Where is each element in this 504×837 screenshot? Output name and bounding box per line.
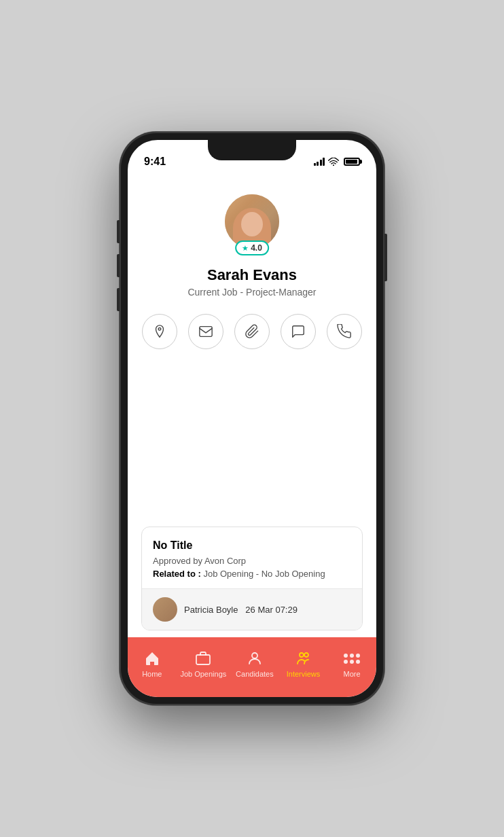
- rating-value: 4.0: [251, 243, 262, 253]
- candidates-icon: [246, 649, 264, 667]
- attachment-icon: [245, 324, 259, 339]
- interviews-icon: [295, 649, 312, 667]
- profile-section: ★ 4.0 Sarah Evans Current Job - Project-…: [141, 188, 363, 363]
- message-icon: [291, 324, 306, 339]
- card-related: Related to : Job Opening - No Job Openin…: [153, 569, 351, 579]
- card-section: No Title Approved by Avon Corp Related t…: [141, 527, 363, 637]
- wifi-icon: [328, 158, 339, 166]
- email-icon: [198, 324, 213, 339]
- signal-bars-icon: [314, 158, 325, 166]
- svg-point-0: [333, 164, 334, 166]
- card-approved: Approved by Avon Corp: [153, 556, 351, 566]
- card-footer: Patricia Boyle 26 Mar 07:29: [142, 588, 362, 630]
- location-button[interactable]: [142, 314, 177, 349]
- bottom-nav: Home Job Openings: [128, 637, 376, 697]
- footer-info: Patricia Boyle 26 Mar 07:29: [184, 605, 298, 615]
- phone-button[interactable]: [327, 314, 362, 349]
- svg-point-5: [300, 653, 304, 657]
- svg-point-6: [304, 653, 308, 657]
- email-button[interactable]: [188, 314, 223, 349]
- status-icons: [314, 158, 361, 166]
- profile-name: Sarah Evans: [207, 266, 297, 284]
- job-openings-icon: [194, 649, 212, 667]
- phone-icon: [337, 324, 352, 339]
- footer-avatar: [153, 597, 177, 622]
- nav-item-more[interactable]: More: [331, 649, 372, 678]
- star-icon: ★: [242, 244, 249, 253]
- message-button[interactable]: [281, 314, 316, 349]
- avatar-container: ★ 4.0: [225, 194, 279, 249]
- info-card: No Title Approved by Avon Corp Related t…: [141, 527, 363, 630]
- status-time: 9:41: [144, 156, 166, 168]
- home-icon: [143, 649, 161, 667]
- nav-item-job-openings[interactable]: Job Openings: [180, 649, 226, 678]
- card-body: No Title Approved by Avon Corp Related t…: [142, 527, 362, 588]
- battery-icon: [344, 158, 360, 166]
- profile-job: Current Job - Project-Manager: [187, 287, 316, 298]
- svg-rect-3: [196, 655, 210, 664]
- nav-item-interviews[interactable]: Interviews: [283, 649, 324, 678]
- nav-label-interviews: Interviews: [287, 670, 321, 678]
- card-related-value: Job Opening - No Job Opening: [203, 569, 325, 579]
- svg-point-1: [158, 328, 161, 331]
- main-content: ★ 4.0 Sarah Evans Current Job - Project-…: [128, 174, 376, 637]
- svg-rect-2: [200, 327, 212, 337]
- phone-screen: 9:41: [128, 140, 376, 697]
- nav-label-more: More: [344, 670, 361, 678]
- phone-wrapper: 9:41: [0, 0, 504, 837]
- action-icons-row: [142, 314, 362, 349]
- footer-name: Patricia Boyle: [184, 605, 238, 615]
- footer-date: 26 Mar 07:29: [245, 605, 298, 615]
- nav-item-home[interactable]: Home: [132, 649, 173, 678]
- phone-frame: 9:41: [120, 132, 384, 705]
- nav-item-candidates[interactable]: Candidates: [234, 649, 275, 678]
- nav-label-job-openings: Job Openings: [180, 670, 226, 678]
- notch: [208, 140, 296, 160]
- attachment-button[interactable]: [234, 314, 270, 349]
- nav-label-candidates: Candidates: [236, 670, 274, 678]
- nav-label-home: Home: [142, 670, 162, 678]
- card-title: No Title: [153, 539, 351, 552]
- more-icon: [343, 649, 361, 667]
- card-related-label: Related to :: [153, 569, 201, 579]
- svg-point-4: [252, 653, 257, 658]
- location-icon: [152, 324, 167, 339]
- rating-badge: ★ 4.0: [235, 241, 269, 255]
